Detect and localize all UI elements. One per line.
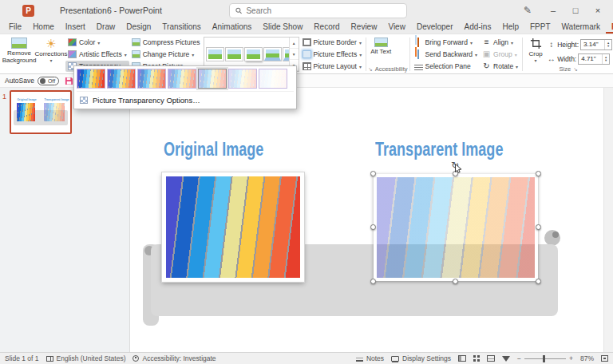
width-input[interactable]: 4.71" ▴▾ — [578, 53, 610, 65]
slide-canvas[interactable]: Original Image Transparent Image ↻ — [130, 88, 603, 352]
original-image[interactable] — [162, 172, 304, 282]
zoom-slider[interactable] — [524, 358, 566, 359]
tab-watermark[interactable]: Watermark — [556, 21, 607, 34]
transparency-option-50-percent[interactable] — [168, 69, 196, 89]
transparency-option-80-percent[interactable] — [228, 69, 257, 89]
picture-transparency-options-item[interactable]: Picture Transparency Options… — [77, 91, 294, 106]
picture-effects-label: Picture Effects — [314, 50, 358, 58]
minimize-button[interactable]: – — [543, 2, 564, 19]
ink-pen-icon[interactable]: ✎ — [514, 5, 541, 16]
compress-pictures-button[interactable]: Compress Pictures — [129, 37, 203, 48]
transparency-option-95-percent[interactable] — [259, 69, 287, 89]
bring-forward-button[interactable]: Bring Forward ▾ — [412, 37, 481, 48]
zoom-in-button[interactable]: + — [569, 354, 573, 362]
compress-pictures-icon — [132, 38, 140, 46]
selection-handle[interactable] — [536, 224, 541, 230]
width-spinner[interactable]: ▴▾ — [602, 54, 609, 64]
autosave-toggle[interactable]: AutoSave Off — [5, 77, 59, 85]
artistic-effects-button[interactable]: Artistic Effects ▾ — [65, 49, 129, 60]
slide-1-thumbnail[interactable]: Original Image Transparent Image — [10, 90, 72, 134]
search-input[interactable] — [246, 6, 401, 15]
display-settings-button[interactable]: Display Settings — [391, 354, 451, 362]
save-icon[interactable] — [65, 77, 73, 85]
original-image-title[interactable]: Original Image — [164, 139, 263, 160]
slideshow-view-button[interactable] — [502, 356, 510, 362]
height-input[interactable]: 3.14" ▴▾ — [580, 39, 612, 50]
tab-view[interactable]: View — [382, 21, 411, 34]
group-button[interactable]: ▣ Group ▾ — [480, 49, 520, 60]
align-icon: ≡ — [482, 38, 491, 46]
dialog-launcher-icon[interactable]: ↘ — [368, 66, 372, 73]
remove-background-button[interactable]: Remove Background — [2, 35, 37, 73]
tab-insert[interactable]: Insert — [60, 21, 91, 34]
selection-pane-button[interactable]: Selection Pane — [412, 61, 481, 72]
height-label: Height: — [557, 41, 579, 49]
picture-effects-button[interactable]: Picture Effects ▾ — [300, 49, 365, 60]
zoom-slider-thumb[interactable] — [543, 355, 545, 362]
alt-text-button[interactable]: Alt Text — [368, 35, 394, 65]
reading-view-button[interactable] — [487, 355, 495, 362]
notes-button[interactable]: Notes — [356, 354, 384, 362]
tab-add-ins[interactable]: Add-ins — [459, 21, 497, 34]
picture-effects-icon — [303, 50, 311, 58]
gallery-up-icon[interactable]: ▴ — [290, 38, 299, 49]
vertical-scrollbar[interactable] — [603, 88, 613, 352]
tab-developer[interactable]: Developer — [411, 21, 459, 34]
crop-button[interactable]: Crop ▾ — [524, 35, 547, 65]
height-spinner[interactable]: ▴▾ — [604, 40, 611, 49]
tab-transitions[interactable]: Transitions — [156, 21, 207, 34]
mini-transparent-image — [44, 103, 65, 121]
tab-review[interactable]: Review — [346, 21, 383, 34]
tab-fppt[interactable]: FPPT — [524, 21, 556, 34]
search-box[interactable] — [229, 3, 407, 18]
transparency-option-15-percent[interactable] — [107, 69, 136, 89]
selection-handle[interactable] — [370, 279, 376, 284]
transparency-preview — [199, 69, 226, 88]
tab-slide-show[interactable]: Slide Show — [257, 21, 308, 34]
mini-transparent-label: Transparent Image — [44, 98, 69, 101]
accessibility-status[interactable]: Accessibility: Investigate — [132, 354, 216, 362]
tab-help[interactable]: Help — [496, 21, 524, 34]
selection-handle[interactable] — [536, 279, 541, 284]
zoom-level[interactable]: 87% — [580, 354, 594, 362]
close-button[interactable]: × — [587, 2, 608, 19]
color-button[interactable]: Color ▾ — [65, 37, 129, 48]
send-backward-button[interactable]: Send Backward ▾ — [412, 49, 481, 60]
slide-sorter-view-button[interactable] — [473, 355, 476, 358]
tab-home[interactable]: Home — [27, 21, 60, 34]
tab-design[interactable]: Design — [121, 21, 156, 34]
selection-handle[interactable] — [370, 224, 376, 230]
tab-record[interactable]: Record — [308, 21, 345, 34]
selection-handle[interactable] — [536, 171, 541, 176]
fit-to-window-icon[interactable] — [601, 355, 608, 362]
tab-draw[interactable]: Draw — [91, 21, 121, 34]
transparent-image-selected[interactable]: ↻ — [374, 174, 538, 281]
selection-handle[interactable] — [370, 171, 376, 176]
corrections-button[interactable]: ☀ Corrections ▾ — [37, 35, 65, 73]
maximize-button[interactable]: □ — [565, 2, 586, 19]
rotate-button[interactable]: ↻ Rotate ▾ — [480, 61, 520, 72]
transparency-gallery — [77, 69, 294, 89]
selection-handle[interactable] — [453, 279, 458, 284]
transparency-option-30-percent[interactable] — [137, 69, 166, 89]
normal-view-button[interactable] — [458, 355, 466, 362]
powerpoint-logo-icon: P — [22, 5, 34, 17]
zoom-out-button[interactable]: − — [517, 354, 521, 362]
chevron-down-icon: ▾ — [125, 52, 127, 57]
picture-border-button[interactable]: Picture Border ▾ — [300, 37, 365, 48]
dialog-launcher-icon[interactable]: ↘ — [573, 66, 577, 73]
change-picture-button[interactable]: Change Picture ▾ — [129, 49, 203, 60]
transparent-image-title[interactable]: Transparent Image — [375, 139, 503, 160]
language-status[interactable]: English (United States) — [46, 354, 126, 362]
tab-animations[interactable]: Animations — [207, 21, 257, 34]
tab-file[interactable]: File — [3, 21, 27, 34]
accessibility-icon — [132, 355, 139, 362]
align-button[interactable]: ≡ Align ▾ — [480, 37, 520, 48]
transparency-option-65-percent[interactable] — [198, 69, 227, 89]
display-settings-icon — [391, 356, 399, 362]
transparency-option-0-percent[interactable] — [77, 69, 105, 89]
gallery-down-icon[interactable]: ▾ — [290, 49, 299, 60]
picture-layout-button[interactable]: Picture Layout ▾ — [300, 61, 365, 72]
tab-picture-format[interactable]: Picture Format — [606, 21, 613, 34]
mini-original-image — [17, 103, 36, 121]
